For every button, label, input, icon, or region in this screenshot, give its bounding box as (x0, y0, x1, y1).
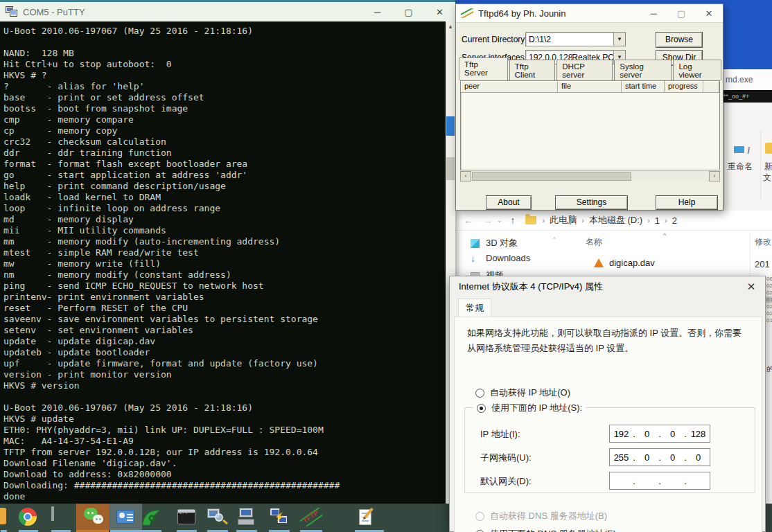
taskbar-item-wechat-icon[interactable] (84, 508, 103, 526)
radio-auto-dns[interactable]: 自动获得 DNS 服务器地址(B) (475, 510, 607, 522)
subnet-mask-field[interactable]: 255.0.0.0 (609, 448, 710, 466)
close-icon[interactable]: ✕ (737, 276, 765, 297)
minimize-icon[interactable]: ─ (362, 2, 393, 21)
browse-button[interactable]: Browse (656, 32, 703, 48)
column-header-peer[interactable]: peer (461, 81, 558, 93)
tab-syslog-server[interactable]: Syslog server (614, 60, 672, 80)
maximize-icon[interactable]: ▢ (393, 2, 424, 21)
ribbon-divider (760, 130, 761, 200)
forward-icon[interactable]: → (483, 215, 493, 226)
radio-label: 使用下面的 DNS 服务器地址(E) (490, 528, 616, 532)
radio-icon-disabled[interactable] (475, 512, 484, 521)
column-header-blank (703, 81, 719, 93)
taskbar-item-putty-icon[interactable]: ⚡ (269, 508, 290, 526)
radio-manual-ip[interactable]: 使用下面的 IP 地址(S): (473, 402, 586, 414)
current-directory-combobox[interactable]: D:\1\2 ▼ (525, 32, 626, 46)
date-fragment: 02 (766, 283, 772, 290)
scroll-left-icon[interactable]: ‹ (460, 171, 471, 181)
taskbar-item-device-toolbox-icon[interactable] (236, 508, 257, 526)
maximize-icon[interactable]: ▢ (667, 4, 695, 22)
cmd-window-fragment[interactable]: md.exe **_oo_#+ (723, 69, 772, 103)
column-header-modified[interactable]: 修改 (755, 236, 771, 248)
tab-dhcp-server[interactable]: DHCP server (556, 60, 613, 80)
column-header-progress[interactable]: progress (665, 81, 703, 93)
tftpd-window-title: Tftpd64 by Ph. Jounin (478, 8, 565, 19)
back-icon[interactable]: ← (464, 215, 473, 226)
radio-icon[interactable] (475, 530, 484, 532)
sidebar-item-videos[interactable]: 视频 (471, 269, 504, 276)
taskbar-item-tftp-icon[interactable]: TFTP (300, 508, 322, 526)
taskbar-item-file-explorer-partial[interactable] (0, 508, 6, 524)
default-gateway-field[interactable]: ... (609, 472, 710, 490)
dialog-title: Internet 协议版本 4 (TCP/IPv4) 属性 (459, 281, 603, 293)
transfer-list-header: peer file start time progress (461, 81, 719, 93)
new-folder-icon (765, 143, 772, 154)
taskbar-item-cmd-icon[interactable]: C:\ (177, 509, 195, 524)
subnet-mask-label: 子网掩码(U): (480, 452, 532, 464)
sidebar-item-3d-objects[interactable]: 3D 对象 (471, 237, 518, 249)
tab-tftp-server[interactable]: Tftp Server (459, 57, 508, 80)
date-fragment: 02 (766, 310, 772, 317)
dropdown-icon[interactable]: ▼ (613, 33, 625, 46)
close-icon[interactable]: ✕ (695, 4, 723, 22)
breadcrumb-drive-d[interactable]: 本地磁盘 (D:) (586, 214, 645, 227)
taskbar-item-control-panel-icon[interactable] (116, 510, 134, 524)
breadcrumb-this-pc[interactable]: 此电脑 (547, 214, 579, 227)
download-arrow-icon: ↓ (471, 254, 480, 263)
transfer-list[interactable]: peer file start time progress (460, 80, 720, 170)
taskbar-item-chrome-icon[interactable] (19, 508, 37, 526)
current-directory-label: Current Directory (462, 35, 525, 44)
radio-label: 使用下面的 IP 地址(S): (491, 402, 582, 414)
scrollbar-thumb[interactable] (446, 116, 455, 136)
taskbar-item-wireshark-icon[interactable] (141, 508, 161, 526)
putty-titlebar[interactable]: COM5 - PuTTY ─ ▢ ✕ (0, 2, 455, 21)
scrollbar-thumb[interactable] (472, 172, 631, 181)
radio-icon-checked[interactable] (477, 404, 486, 413)
horizontal-scrollbar[interactable]: ‹ › (460, 171, 720, 181)
sidebar-scroll-up-icon[interactable]: ^ (551, 236, 558, 270)
column-header-file[interactable]: file (558, 81, 622, 93)
new-folder-label-2[interactable]: 文 (763, 172, 771, 184)
scroll-up-icon[interactable]: ▲ (446, 21, 455, 32)
up-icon[interactable]: ↑ (511, 215, 516, 226)
sidebar-item-downloads[interactable]: ↓ Downloads (471, 253, 530, 263)
taskbar-item-serial-monitor-icon[interactable] (51, 508, 70, 524)
help-button[interactable]: Help (656, 195, 718, 210)
scrollbar-segment[interactable] (446, 157, 455, 180)
sort-ascending-icon[interactable]: ^ (663, 232, 666, 239)
breadcrumb[interactable]: › 此电脑 › 本地磁盘 (D:) › 1 › 2 (525, 214, 680, 227)
settings-button[interactable]: Settings (555, 195, 628, 210)
rename-button[interactable]: 重命名 (728, 161, 753, 172)
radio-icon[interactable] (475, 389, 484, 398)
tftpd-app-icon (461, 8, 473, 18)
recent-dropdown-icon[interactable]: ⌄ (497, 217, 502, 224)
close-icon[interactable]: ✕ (424, 2, 455, 21)
new-folder-label-1[interactable]: 新 (764, 161, 772, 172)
column-divider[interactable] (750, 233, 751, 274)
default-gateway-label: 默认网关(D): (480, 475, 532, 488)
scroll-right-icon[interactable]: › (709, 171, 720, 181)
radio-auto-ip[interactable]: 自动获得 IP 地址(O) (475, 387, 570, 399)
breadcrumb-folder-1[interactable]: 1 (652, 215, 663, 226)
radio-label: 自动获得 DNS 服务器地址(B) (490, 510, 607, 522)
tab-log-viewer[interactable]: Log viewer (673, 60, 721, 80)
tab-tftp-client[interactable]: Tftp Client (509, 60, 555, 80)
tab-general[interactable]: 常规 (458, 299, 491, 317)
tftpd-window: Tftpd64 by Ph. Jounin ─ ▢ ✕ Current Dire… (455, 3, 723, 211)
breadcrumb-separator: › (645, 216, 652, 224)
column-header-start-time[interactable]: start time (622, 81, 665, 93)
dialog-titlebar[interactable]: Internet 协议版本 4 (TCP/IPv4) 属性 ✕ (450, 276, 765, 297)
putty-terminal[interactable]: U-Boot 2010.06-197067 (May 25 2016 - 21:… (0, 21, 446, 504)
taskbar-item-notepad-icon[interactable] (359, 508, 376, 526)
minimize-icon[interactable]: ─ (640, 4, 667, 22)
putty-window: COM5 - PuTTY ─ ▢ ✕ U-Boot 2010.06-197067… (0, 0, 455, 504)
taskbar-item-device-search-icon[interactable] (207, 508, 228, 526)
folder-icon (525, 216, 536, 224)
about-button[interactable]: About (486, 195, 532, 210)
tftpd-titlebar[interactable]: Tftpd64 by Ph. Jounin ─ ▢ ✕ (456, 4, 723, 23)
column-header-name[interactable]: 名称 (586, 236, 602, 248)
ip-address-field[interactable]: 192.0.0.128 (609, 425, 710, 443)
radio-manual-dns[interactable]: 使用下面的 DNS 服务器地址(E) (475, 528, 616, 532)
file-row-digicap[interactable]: digicap.dav (594, 258, 655, 268)
breadcrumb-folder-2[interactable]: 2 (669, 215, 680, 226)
